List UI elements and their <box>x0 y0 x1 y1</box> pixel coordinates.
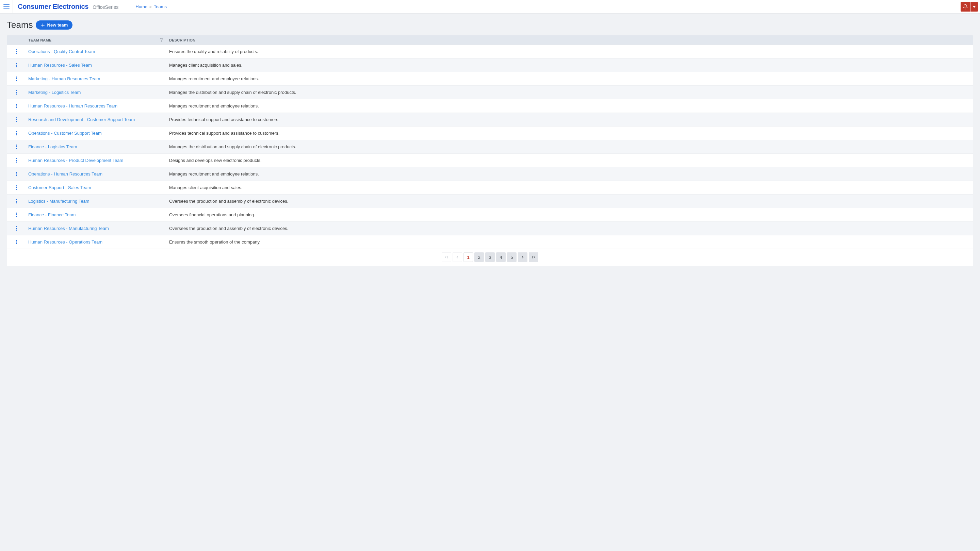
team-link[interactable]: Finance - Logistics Team <box>28 144 77 149</box>
notifications-button[interactable] <box>961 2 970 11</box>
page-title: Teams <box>7 20 33 30</box>
team-description-cell: Manages client acquisition and sales. <box>167 63 973 68</box>
team-link[interactable]: Operations - Customer Support Team <box>28 130 102 136</box>
team-link[interactable]: Marketing - Logistics Team <box>28 90 81 95</box>
team-link[interactable]: Human Resources - Product Development Te… <box>28 158 123 163</box>
team-link[interactable]: Logistics - Manufacturing Team <box>28 198 89 204</box>
table-row: Human Resources - Sales TeamManages clie… <box>7 59 973 72</box>
row-actions-button[interactable] <box>7 113 26 126</box>
row-actions-button[interactable] <box>7 86 26 99</box>
team-description-cell: Oversees the production and assembly of … <box>167 226 973 231</box>
row-actions-button[interactable] <box>7 45 26 58</box>
row-actions-button[interactable] <box>7 99 26 113</box>
team-link[interactable]: Marketing - Human Resources Team <box>28 76 100 81</box>
team-description-cell: Designs and develops new electronic prod… <box>167 158 973 163</box>
team-link[interactable]: Operations - Quality Control Team <box>28 49 95 54</box>
team-name-cell: Human Resources - Product Development Te… <box>26 158 167 163</box>
team-description-cell: Manages recruitment and employee relatio… <box>167 171 973 176</box>
team-description-cell: Ensures the quality and reliability of p… <box>167 49 973 54</box>
chevron-down-icon <box>973 6 975 8</box>
page-3-button[interactable]: 3 <box>485 252 495 262</box>
menu-toggle-button[interactable] <box>0 0 13 14</box>
team-name-cell: Human Resources - Human Resources Team <box>26 103 167 108</box>
plus-icon <box>40 23 45 27</box>
vertical-dots-icon <box>16 226 17 230</box>
brand: Consumer Electronics OfficeSeries <box>13 3 123 11</box>
team-link[interactable]: Research and Development - Customer Supp… <box>28 117 135 122</box>
page-last-button[interactable] <box>529 252 538 262</box>
chevron-first-icon <box>444 255 449 259</box>
topbar-actions <box>961 0 980 13</box>
row-actions-button[interactable] <box>7 72 26 86</box>
team-name-cell: Human Resources - Sales Team <box>26 63 167 68</box>
team-link[interactable]: Human Resources - Human Resources Team <box>28 103 118 108</box>
column-description[interactable]: Description <box>167 38 973 42</box>
row-actions-button[interactable] <box>7 195 26 208</box>
vertical-dots-icon <box>16 172 17 176</box>
team-description-cell: Manages the distribution and supply chai… <box>167 144 973 149</box>
page-5-button[interactable]: 5 <box>507 252 517 262</box>
breadcrumb-current[interactable]: Teams <box>154 4 167 9</box>
table-row: Finance - Logistics TeamManages the dist… <box>7 140 973 154</box>
chevron-right-icon <box>520 255 525 259</box>
row-actions-button[interactable] <box>7 59 26 72</box>
team-description-cell: Provides technical support and assistanc… <box>167 117 973 122</box>
hamburger-icon <box>3 5 10 9</box>
new-team-label: New team <box>47 22 68 27</box>
new-team-button[interactable]: New team <box>36 21 73 30</box>
team-link[interactable]: Human Resources - Manufacturing Team <box>28 226 109 231</box>
page-2-button[interactable]: 2 <box>474 252 484 262</box>
vertical-dots-icon <box>16 90 17 95</box>
page-first-button <box>442 252 451 262</box>
filter-icon[interactable] <box>159 38 164 43</box>
team-name-cell: Human Resources - Operations Team <box>26 240 167 245</box>
table-row: Customer Support - Sales TeamManages cli… <box>7 181 973 195</box>
team-description-cell: Ensures the smooth operation of the comp… <box>167 240 973 245</box>
vertical-dots-icon <box>16 144 17 149</box>
team-name-cell: Customer Support - Sales Team <box>26 185 167 190</box>
table-row: Operations - Quality Control TeamEnsures… <box>7 45 973 59</box>
team-link[interactable]: Operations - Human Resources Team <box>28 171 102 176</box>
vertical-dots-icon <box>16 213 17 217</box>
row-actions-button[interactable] <box>7 235 26 249</box>
vertical-dots-icon <box>16 118 17 122</box>
page-next-button[interactable] <box>518 252 527 262</box>
column-team-name[interactable]: Team Name <box>26 38 167 43</box>
breadcrumb: Home » Teams <box>123 4 167 9</box>
row-actions-button[interactable] <box>7 140 26 153</box>
row-actions-button[interactable] <box>7 222 26 235</box>
bell-icon <box>963 4 968 10</box>
team-link[interactable]: Human Resources - Operations Team <box>28 240 102 245</box>
row-actions-button[interactable] <box>7 208 26 221</box>
vertical-dots-icon <box>16 185 17 190</box>
row-actions-button[interactable] <box>7 181 26 194</box>
table-row: Marketing - Human Resources TeamManages … <box>7 72 973 86</box>
vertical-dots-icon <box>16 76 17 81</box>
team-link[interactable]: Human Resources - Sales Team <box>28 63 92 68</box>
team-link[interactable]: Finance - Finance Team <box>28 212 76 218</box>
row-actions-button[interactable] <box>7 154 26 167</box>
team-description-cell: Manages recruitment and employee relatio… <box>167 103 973 108</box>
vertical-dots-icon <box>16 63 17 67</box>
table-row: Operations - Human Resources TeamManages… <box>7 167 973 181</box>
page-1-button[interactable]: 1 <box>463 252 473 262</box>
breadcrumb-separator: » <box>150 5 152 9</box>
team-name-cell: Finance - Logistics Team <box>26 144 167 149</box>
team-description-cell: Provides technical support and assistanc… <box>167 130 973 136</box>
table-row: Operations - Customer Support TeamProvid… <box>7 127 973 140</box>
team-name-cell: Marketing - Human Resources Team <box>26 76 167 81</box>
teams-table: Team Name Description Operations - Quali… <box>7 35 973 266</box>
topbar: Consumer Electronics OfficeSeries Home »… <box>0 0 980 14</box>
row-actions-button[interactable] <box>7 167 26 181</box>
page-4-button[interactable]: 4 <box>496 252 506 262</box>
vertical-dots-icon <box>16 199 17 203</box>
team-name-cell: Research and Development - Customer Supp… <box>26 117 167 122</box>
team-description-cell: Manages client acquisition and sales. <box>167 185 973 190</box>
table-row: Logistics - Manufacturing TeamOversees t… <box>7 195 973 208</box>
user-menu-button[interactable] <box>970 2 978 11</box>
breadcrumb-home-link[interactable]: Home <box>135 4 147 9</box>
team-link[interactable]: Customer Support - Sales Team <box>28 185 91 190</box>
column-team-name-label: Team Name <box>28 38 51 42</box>
page-content: Teams New team Team Name Description Ope… <box>0 14 980 272</box>
row-actions-button[interactable] <box>7 127 26 140</box>
